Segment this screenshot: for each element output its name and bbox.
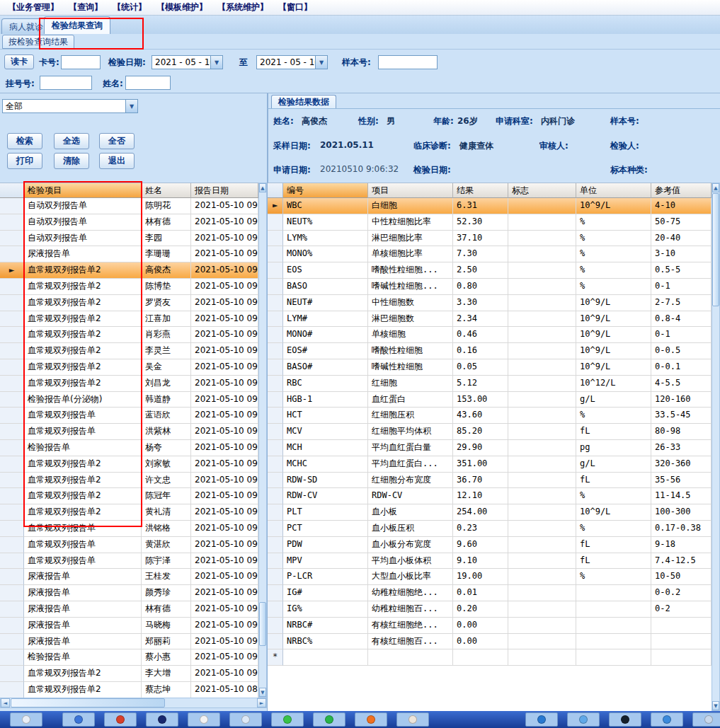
result-row[interactable]: IG#幼稚粒细胞绝...0.010-0.2	[268, 585, 712, 601]
result-row[interactable]: P-LCR大型血小板比率19.00%10-50	[268, 569, 712, 585]
reg-no-input[interactable]	[40, 76, 92, 90]
report-table-hscrollbar[interactable]: ◄ ►	[0, 698, 267, 708]
report-row[interactable]: 血常规双列报告单2李灵兰2021-05-10 09:30	[0, 343, 258, 359]
taskbar-app-button[interactable]	[313, 712, 345, 727]
column-header[interactable]: 编号	[283, 183, 368, 198]
report-row[interactable]: 自动双列报告单陈明花2021-05-10 09:31	[0, 198, 258, 214]
report-row[interactable]: 血常规双列报告单2陈冠年2021-05-10 09:11	[0, 488, 258, 504]
result-row[interactable]: HGB-1血红蛋白153.00g/L120-160	[268, 392, 712, 408]
scroll-down-icon[interactable]: ▼	[712, 701, 719, 710]
result-table-vscrollbar[interactable]: ▲ ▼	[712, 183, 720, 711]
taskbar-app-button[interactable]	[651, 712, 683, 727]
result-row[interactable]: MPV平均血小板体积9.10fL7.4-12.5	[268, 553, 712, 570]
report-row[interactable]: 血常规双列报告单2蔡志坤2021-05-10 08:58	[0, 682, 258, 698]
report-row[interactable]: 血常规双列报告单黄湛欣2021-05-10 09:08	[0, 537, 258, 553]
result-row[interactable]: *	[268, 649, 712, 666]
scroll-right-icon[interactable]: ►	[257, 698, 266, 707]
menu-item[interactable]: 【查询】	[64, 0, 108, 15]
taskbar-app-button[interactable]	[609, 712, 641, 727]
card-no-input[interactable]	[61, 55, 101, 69]
report-row[interactable]: 血常规双列报告单2陈博垫2021-05-10 09:30	[0, 279, 258, 295]
scroll-left-icon[interactable]: ◄	[1, 698, 10, 707]
taskbar-app-button[interactable]	[355, 712, 387, 727]
result-row[interactable]: HCT红细胞压积43.60%33.5-45	[268, 408, 712, 424]
report-row[interactable]: 尿液报告单王桂发2021-05-10 09:08	[0, 569, 258, 585]
taskbar-app-button[interactable]	[104, 712, 137, 727]
tab-result-query[interactable]: 检验结果查询	[44, 16, 110, 34]
report-row[interactable]: 血常规双列报告单2江喜加2021-05-10 09:30	[0, 311, 258, 328]
select-all-button[interactable]: 全选	[54, 133, 89, 149]
scroll-down-icon[interactable]: ▼	[259, 688, 266, 697]
result-row[interactable]: MONO#单核细胞0.4610^9/L0-1	[268, 327, 712, 343]
report-row[interactable]: 自动双列报告单林有德2021-05-10 09:31	[0, 214, 258, 231]
report-row[interactable]: 血常规双列报告单陈宇泽2021-05-10 09:08	[0, 553, 258, 570]
chevron-down-icon[interactable]: ▼	[125, 100, 137, 112]
result-row[interactable]: PLT血小板254.0010^9/L100-300	[268, 504, 712, 521]
report-row[interactable]: 检验报告单(分泌物)韩道静2021-05-10 09:29	[0, 392, 258, 408]
report-row[interactable]: 血常规双列报告单2肖彩燕2021-05-10 09:30	[0, 327, 258, 343]
chevron-down-icon[interactable]: ▼	[315, 56, 327, 69]
taskbar-app-button[interactable]	[10, 712, 42, 727]
report-row[interactable]: 血常规双列报告单2罗贤友2021-05-10 09:30	[0, 295, 258, 311]
report-row[interactable]: 血常规双列报告单2吴金2021-05-10 09:30	[0, 359, 258, 376]
report-row[interactable]: 血常规双列报告单2黄礼清2021-05-10 09:09	[0, 504, 258, 521]
menu-item[interactable]: 【业务管理】	[3, 0, 64, 15]
print-button[interactable]: 打印	[7, 153, 42, 169]
result-row[interactable]: MCHC平均血红蛋白...351.00g/L320-360	[268, 456, 712, 473]
result-row[interactable]: NEUT%中性粒细胞比率52.30%50-75	[268, 214, 712, 231]
column-header[interactable]: 检验项目	[24, 183, 142, 198]
menu-item[interactable]: 【系统维护】	[212, 0, 273, 15]
menu-item[interactable]: 【统计】	[108, 0, 152, 15]
result-row[interactable]: BASO嗜碱性粒细胞...0.80%0-1	[268, 279, 712, 295]
subtab-query-by-test[interactable]: 按检验查询结果	[2, 35, 74, 49]
result-row[interactable]: PCT血小板压积0.23%0.17-0.38	[268, 521, 712, 537]
clear-button[interactable]: 清除	[54, 153, 89, 169]
column-header[interactable]: 姓名	[142, 183, 191, 198]
column-header[interactable]: 参考值	[651, 183, 712, 198]
report-row[interactable]: 尿液报告单郑丽莉2021-05-10 09:06	[0, 634, 258, 650]
vscroll-thumb[interactable]	[712, 193, 719, 306]
taskbar-app-button[interactable]	[567, 712, 600, 727]
report-row[interactable]: 检验报告单蔡小惠2021-05-10 09:06	[0, 649, 258, 666]
taskbar-app-button[interactable]	[692, 712, 720, 727]
column-header[interactable]: 结果	[453, 183, 508, 198]
taskbar-app-button[interactable]	[229, 712, 262, 727]
chevron-down-icon[interactable]: ▼	[210, 56, 222, 69]
taskbar-app-button[interactable]	[525, 712, 558, 727]
result-row[interactable]: RBC红细胞5.1210^12/L4-5.5	[268, 376, 712, 392]
report-type-filter-select[interactable]: 全部 ▼	[2, 99, 138, 113]
vscroll-thumb[interactable]	[259, 602, 266, 646]
report-row[interactable]: 尿液报告单林有德2021-05-10 09:06	[0, 601, 258, 618]
column-header[interactable]: 单位	[576, 183, 651, 198]
report-row[interactable]: 尿液报告单马晓梅2021-05-10 09:06	[0, 618, 258, 634]
result-row[interactable]: EOS嗜酸性粒细胞...2.50%0.5-5	[268, 262, 712, 279]
column-header[interactable]: 项目	[368, 183, 453, 198]
result-row[interactable]: NRBC#有核红细胞绝...0.00	[268, 618, 712, 634]
taskbar-app-button[interactable]	[146, 712, 178, 727]
report-row[interactable]: 自动双列报告单李园2021-05-10 09:31	[0, 231, 258, 247]
report-row[interactable]: 血常规双列报告单2刘家敏2021-05-10 09:28	[0, 456, 258, 473]
report-row[interactable]: 血常规双列报告单蓝语欣2021-05-10 09:29	[0, 408, 258, 424]
report-table-vscrollbar[interactable]: ▲ ▼	[258, 183, 267, 698]
report-row[interactable]: 血常规双列报告单2刘昌龙2021-05-10 09:29	[0, 376, 258, 392]
read-card-button[interactable]: 读卡	[4, 54, 34, 69]
taskbar-app-button[interactable]	[271, 712, 304, 727]
taskbar-app-button[interactable]	[62, 712, 95, 727]
scroll-up-icon[interactable]: ▲	[712, 183, 719, 192]
select-none-button[interactable]: 全否	[99, 133, 135, 149]
date-to-picker[interactable]: 2021 - 05 - 10 ▼	[256, 55, 328, 69]
report-row[interactable]: ►血常规双列报告单2高俊杰2021-05-10 09:30	[0, 262, 258, 279]
result-row[interactable]: PDW血小板分布宽度9.60fL9-18	[268, 537, 712, 553]
taskbar-app-button[interactable]	[188, 712, 220, 727]
tab-result-data[interactable]: 检验结果数据	[271, 95, 336, 109]
hscroll-thumb[interactable]	[11, 698, 165, 707]
result-row[interactable]: MCH平均血红蛋白量29.90pg26-33	[268, 440, 712, 456]
report-row[interactable]: 血常规双列报告单洪铭格2021-05-10 09:09	[0, 521, 258, 537]
name-input[interactable]	[125, 76, 171, 90]
column-header[interactable]: 报告日期	[191, 183, 258, 198]
result-row[interactable]: ►WBC白细胞6.3110^9/L4-10	[268, 198, 712, 214]
report-row[interactable]: 尿液报告单李珊珊2021-05-10 09:31	[0, 246, 258, 262]
result-row[interactable]: BASO#嗜碱性粒细胞0.0510^9/L0-0.1	[268, 359, 712, 376]
menu-item[interactable]: 【模板维护】	[152, 0, 212, 15]
result-row[interactable]: NRBC%有核红细胞百...0.00	[268, 634, 712, 650]
